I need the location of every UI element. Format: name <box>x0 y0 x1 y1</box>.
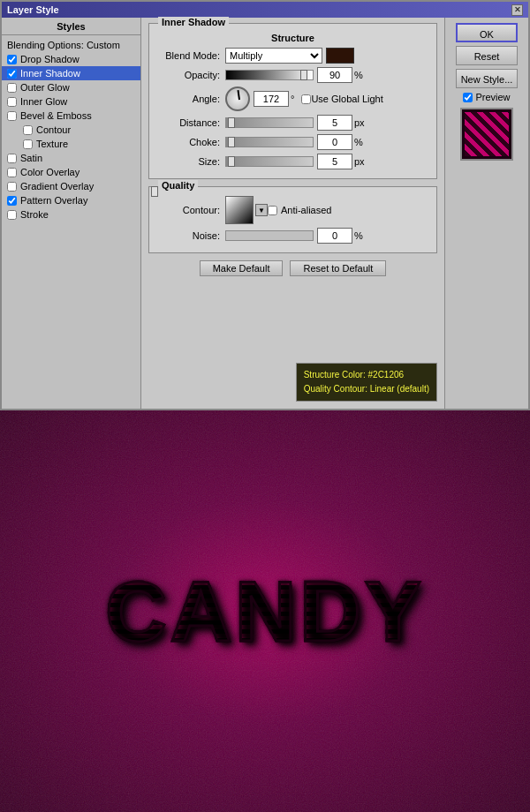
blend-mode-row: Blend Mode: Multiply Normal Screen Overl… <box>158 48 428 64</box>
sidebar-item-stroke[interactable]: Stroke <box>2 207 140 222</box>
new-style-button[interactable]: New Style... <box>456 69 518 88</box>
degree-symbol: ° <box>291 94 294 104</box>
outer-glow-checkbox[interactable] <box>7 83 17 93</box>
choke-unit: % <box>354 137 363 147</box>
blend-color-swatch[interactable] <box>326 48 354 64</box>
sidebar-item-bevel-emboss[interactable]: Bevel & Emboss <box>2 109 140 123</box>
opacity-unit: % <box>354 70 363 80</box>
blend-mode-label: Blend Mode: <box>158 50 220 61</box>
noise-slider[interactable] <box>225 230 314 241</box>
angle-input[interactable] <box>254 91 289 107</box>
global-light-checkbox[interactable] <box>301 94 311 104</box>
bevel-emboss-checkbox[interactable] <box>7 111 17 121</box>
global-light-label: Use Global Light <box>311 94 382 104</box>
sidebar-item-drop-shadow[interactable]: Drop Shadow <box>2 52 140 66</box>
sidebar-item-inner-shadow[interactable]: Inner Shadow <box>2 66 140 80</box>
opacity-row: Opacity: % <box>158 67 428 83</box>
sidebar-item-inner-glow[interactable]: Inner Glow <box>2 94 140 109</box>
gradient-overlay-checkbox[interactable] <box>7 182 17 192</box>
angle-needle <box>237 90 240 100</box>
right-panel: OK Reset New Style... Preview <box>444 18 528 409</box>
tooltip-box: Structure Color: #2C1206 Quality Contour… <box>296 363 437 402</box>
canvas-area: CANDY <box>0 410 530 812</box>
size-row: Size: px <box>158 154 428 169</box>
distance-input[interactable] <box>317 115 352 131</box>
sidebar-item-outer-glow[interactable]: Outer Glow <box>2 80 140 94</box>
choke-thumb[interactable] <box>228 137 235 147</box>
pattern-overlay-checkbox[interactable] <box>7 196 17 206</box>
opacity-slider[interactable] <box>225 70 314 80</box>
ok-button[interactable]: OK <box>456 23 518 42</box>
contour-thumbnail[interactable] <box>225 196 254 224</box>
distance-slider[interactable] <box>225 117 314 128</box>
tooltip-line1: Structure Color: #2C1206 <box>304 368 429 382</box>
angle-label: Angle: <box>158 94 220 104</box>
choke-slider[interactable] <box>225 137 314 147</box>
drop-shadow-checkbox[interactable] <box>7 55 17 64</box>
dialog-body: Styles Blending Options: Custom Drop Sha… <box>2 18 528 409</box>
sidebar-title: Styles <box>2 21 140 35</box>
sidebar-item-contour[interactable]: Contour <box>2 123 140 137</box>
make-default-button[interactable]: Make Default <box>200 260 284 276</box>
size-input[interactable] <box>317 154 352 169</box>
choke-row: Choke: % <box>158 134 428 150</box>
blend-mode-select[interactable]: Multiply Normal Screen Overlay <box>225 48 322 64</box>
choke-input[interactable] <box>317 134 352 150</box>
noise-input[interactable] <box>317 228 352 244</box>
close-button[interactable]: ✕ <box>511 4 523 16</box>
sidebar-item-satin[interactable]: Satin <box>2 151 140 165</box>
dialog-title: Layer Style <box>7 4 59 15</box>
noise-row: Noise: % <box>158 228 428 244</box>
satin-checkbox[interactable] <box>7 154 17 163</box>
color-overlay-checkbox[interactable] <box>7 168 17 177</box>
sidebar: Styles Blending Options: Custom Drop Sha… <box>2 18 141 409</box>
structure-section: Inner Shadow Structure Blend Mode: Multi… <box>148 23 437 179</box>
preview-row: Preview <box>463 92 510 102</box>
preview-checkbox[interactable] <box>463 93 473 102</box>
contour-row: Contour: ▼ Anti-aliased <box>158 196 428 224</box>
size-unit: px <box>354 156 365 167</box>
quality-label: Quality <box>158 180 198 191</box>
contour-dropdown[interactable]: ▼ <box>255 204 268 216</box>
angle-row: Angle: ° Use Global Light <box>158 86 428 111</box>
stroke-checkbox[interactable] <box>7 210 17 220</box>
opacity-input[interactable] <box>317 67 352 83</box>
angle-dial[interactable] <box>225 86 250 111</box>
preview-swatch-inner <box>465 112 509 156</box>
choke-label: Choke: <box>158 137 220 147</box>
noise-label: Noise: <box>158 230 220 241</box>
layer-style-dialog: Layer Style ✕ Styles Blending Options: C… <box>0 0 530 410</box>
distance-row: Distance: px <box>158 115 428 131</box>
noise-thumb[interactable] <box>151 186 158 197</box>
preview-label-text: Preview <box>475 92 510 102</box>
sidebar-item-pattern-overlay[interactable]: Pattern Overlay <box>2 193 140 207</box>
tooltip-line2: Quality Contour: Linear (default) <box>304 382 429 396</box>
texture-checkbox[interactable] <box>23 139 33 149</box>
reset-to-default-button[interactable]: Reset to Default <box>290 260 386 276</box>
opacity-label: Opacity: <box>158 70 220 80</box>
contour-checkbox[interactable] <box>23 125 33 135</box>
sidebar-item-gradient-overlay[interactable]: Gradient Overlay <box>2 179 140 193</box>
sidebar-item-color-overlay[interactable]: Color Overlay <box>2 165 140 179</box>
sidebar-item-texture[interactable]: Texture <box>2 137 140 151</box>
opacity-thumb[interactable] <box>300 70 307 80</box>
canvas-text: CANDY <box>105 563 424 660</box>
size-label: Size: <box>158 156 220 167</box>
inner-glow-checkbox[interactable] <box>7 97 17 107</box>
distance-thumb[interactable] <box>228 117 235 128</box>
dialog-titlebar: Layer Style ✕ <box>2 2 528 18</box>
anti-aliased-checkbox[interactable] <box>268 206 277 215</box>
inner-shadow-checkbox[interactable] <box>7 69 17 79</box>
distance-unit: px <box>354 117 365 128</box>
reset-button[interactable]: Reset <box>456 46 518 65</box>
sidebar-item-blending-options[interactable]: Blending Options: Custom <box>2 38 140 52</box>
contour-picker: ▼ <box>225 196 268 224</box>
size-slider[interactable] <box>225 156 314 167</box>
contour-label: Contour: <box>158 205 220 215</box>
distance-label: Distance: <box>158 117 220 128</box>
bottom-buttons: Make Default Reset to Default <box>148 260 437 276</box>
main-panel: Inner Shadow Structure Blend Mode: Multi… <box>141 18 444 409</box>
size-thumb[interactable] <box>228 156 235 167</box>
preview-swatch <box>460 108 513 161</box>
noise-unit: % <box>354 230 363 241</box>
